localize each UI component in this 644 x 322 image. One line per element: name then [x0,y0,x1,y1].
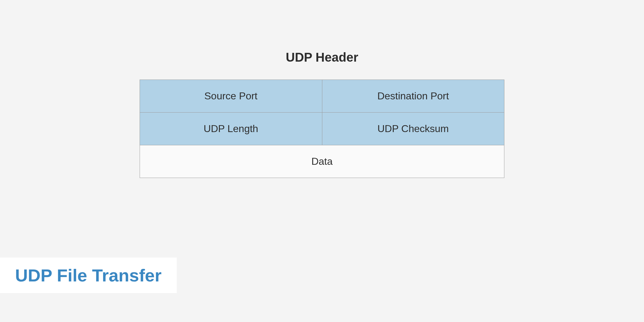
source-port-cell: Source Port [140,80,322,113]
table-row: UDP Length UDP Checksum [140,113,504,145]
udp-header-diagram: UDP Header Source Port Destination Port … [140,50,504,178]
destination-port-cell: Destination Port [322,80,504,113]
table-row: Source Port Destination Port [140,80,504,113]
diagram-title: UDP Header [140,50,504,64]
table-row: Data [140,145,504,178]
udp-header-table: Source Port Destination Port UDP Length … [140,80,504,178]
caption-text: UDP File Transfer [15,265,162,286]
data-cell: Data [140,145,504,178]
udp-length-cell: UDP Length [140,113,322,145]
udp-checksum-cell: UDP Checksum [322,113,504,145]
caption-box: UDP File Transfer [0,258,177,293]
